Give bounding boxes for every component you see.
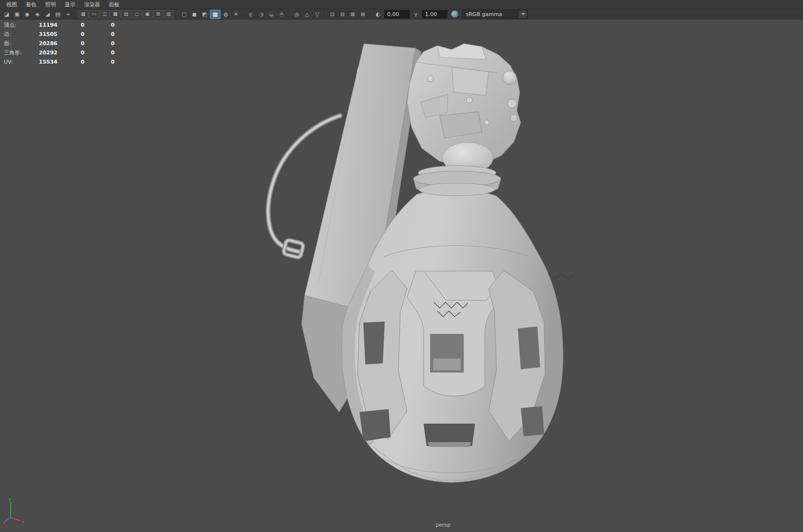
menu-item-show[interactable]: 显示 xyxy=(60,0,80,9)
frame-all-icon[interactable]: ⊞ xyxy=(153,10,163,18)
bookmark-icon[interactable]: ◢ xyxy=(43,10,52,18)
panel-menu-bar: 视图 着色 照明 显示 渲染器 面板 xyxy=(0,0,803,9)
field-chart-icon[interactable]: ▤ xyxy=(121,10,131,18)
select-camera-icon[interactable]: ▣ xyxy=(12,10,22,18)
hud-row-faces: 面: 20286 0 0 xyxy=(4,39,115,48)
shaded-icon[interactable]: ◼ xyxy=(189,10,199,18)
resolution-gate-icon[interactable]: ◫ xyxy=(100,10,110,18)
menu-item-lighting[interactable]: 照明 xyxy=(41,0,60,9)
render-effects-group: ◐ ◑ ◒ ◓ xyxy=(246,10,287,18)
hud-col3-edges: 0 xyxy=(85,31,115,37)
hud-col2-triangles: 0 xyxy=(55,50,85,56)
bottom-slot-lip xyxy=(427,442,471,447)
view-transform-icon[interactable] xyxy=(451,10,459,18)
xray-icon[interactable]: △ xyxy=(302,10,312,18)
view-transform-dropdown[interactable]: sRGB gamma xyxy=(462,10,528,18)
motion-blur-icon[interactable]: ◒ xyxy=(267,10,276,18)
viewport-3d[interactable]: 顶点: 11194 0 0 边: 31505 0 0 面: 20286 0 0 … xyxy=(0,19,803,532)
left-armor-slot xyxy=(363,322,385,364)
x-axis-line xyxy=(11,517,20,521)
hud-col3-vertices: 0 xyxy=(85,22,115,28)
gamma-icon[interactable]: γ xyxy=(411,10,421,18)
toolbar-separator xyxy=(325,11,325,18)
fuse-knob-large xyxy=(503,71,516,85)
camera-label: persp xyxy=(436,522,451,528)
shaded-wireframe-icon[interactable]: ◩ xyxy=(200,10,209,18)
shading-tools-group: ▢ ◼ ◩ ▩ ◍ ☀ xyxy=(179,10,241,19)
fuse-screw-1 xyxy=(427,76,433,82)
hud-row-triangles: 三角形: 20292 0 0 xyxy=(4,48,115,57)
hud-row-uv: UV: 15534 0 0 xyxy=(4,57,115,67)
menu-item-panels[interactable]: 面板 xyxy=(104,0,124,9)
textured-icon[interactable]: ▩ xyxy=(210,10,221,19)
toolbar-separator xyxy=(176,11,177,18)
camera-attributes-icon[interactable]: ◈ xyxy=(33,10,42,18)
fuse-top-plate xyxy=(437,44,486,59)
depth-of-field-icon[interactable]: ◓ xyxy=(277,10,287,18)
menu-item-shading[interactable]: 着色 xyxy=(21,0,41,9)
film-gate-icon[interactable]: ▭ xyxy=(89,10,99,18)
shadows-icon[interactable]: ◐ xyxy=(246,10,256,18)
exposure-field[interactable]: 0.00 xyxy=(384,10,410,18)
fuse-screw-3 xyxy=(484,120,489,125)
hud-value-uv: 15534 xyxy=(39,59,55,65)
y-axis-label: y xyxy=(9,497,12,501)
hud-col2-faces: 0 xyxy=(55,40,85,47)
exposure-icon[interactable]: ◐ xyxy=(373,10,383,18)
menu-item-view[interactable]: 视图 xyxy=(2,0,21,9)
hud-col3-triangles: 0 xyxy=(85,50,115,56)
menu-item-renderer[interactable]: 渲染器 xyxy=(80,0,104,9)
snap-to-grid-icon[interactable]: ⊡ xyxy=(327,10,337,18)
safe-action-icon[interactable]: ◻ xyxy=(132,10,142,18)
zoom-tool-icon[interactable]: ⊠ xyxy=(348,10,358,18)
isolate-select-icon[interactable]: ◎ xyxy=(292,10,302,18)
z-axis-label: z xyxy=(3,520,5,524)
material-override-icon[interactable]: ◍ xyxy=(221,10,231,18)
left-lower-slot xyxy=(359,409,391,441)
toolbar-separator xyxy=(243,11,244,18)
hud-value-edges: 31505 xyxy=(39,31,55,37)
gate-mask-icon[interactable]: ▩ xyxy=(110,10,120,18)
fuse-screw-2 xyxy=(466,97,472,103)
display-tools-group: ◎ △ ▽ xyxy=(292,10,322,18)
hud-label-triangles: 三角形: xyxy=(4,49,39,56)
poly-count-hud: 顶点: 11194 0 0 边: 31505 0 0 面: 20286 0 0 … xyxy=(4,20,115,67)
x-axis-label: x xyxy=(22,519,25,524)
view-transform-value: sRGB gamma xyxy=(466,11,502,17)
camera-settings-icon[interactable]: ▥ xyxy=(164,10,174,18)
fit-view-icon[interactable]: ⊞ xyxy=(358,10,368,18)
wireframe-icon[interactable]: ▢ xyxy=(179,10,189,18)
toolbar-separator xyxy=(289,11,290,18)
fuse-knob-mid xyxy=(508,99,516,108)
hud-value-triangles: 20292 xyxy=(39,50,55,56)
hud-col2-edges: 0 xyxy=(55,31,85,37)
hud-value-faces: 20286 xyxy=(39,40,55,47)
right-lower-slot xyxy=(521,406,544,436)
zigzag-edge-3 xyxy=(548,274,574,279)
channel-window-lip xyxy=(433,359,461,370)
hud-col3-uv: 0 xyxy=(85,59,115,65)
gamma-field[interactable]: 1.00 xyxy=(422,10,447,18)
grid-icon[interactable]: ▦ xyxy=(78,10,88,18)
hud-row-edges: 边: 31505 0 0 xyxy=(4,30,115,39)
safe-title-icon[interactable]: ▣ xyxy=(142,10,153,18)
view-tools-group: ⊡ ⊟ ⊠ ⊞ xyxy=(327,10,368,18)
panel-toolbar: ◪ ▣ ◉ ◈ ◢ ▤ + ▦ ▭ ◫ ▩ ▤ ◻ ▣ ⊞ ▥ ▢ ◼ ◩ ▩ … xyxy=(0,9,803,19)
hud-col2-vertices: 0 xyxy=(55,22,85,28)
lock-camera-icon[interactable]: ◉ xyxy=(22,10,32,18)
gate-tools-group: ▦ ▭ ◫ ▩ ▤ ◻ ▣ ⊞ ▥ xyxy=(78,10,174,18)
image-plane-icon[interactable]: ▤ xyxy=(53,10,63,18)
default-lighting-icon[interactable]: ☀ xyxy=(231,10,241,18)
hud-label-edges: 边: xyxy=(4,31,39,38)
toolbar-separator xyxy=(75,11,76,18)
neck-collar xyxy=(419,183,495,196)
backface-culling-icon[interactable]: ▽ xyxy=(312,10,322,18)
pan-tool-icon[interactable]: ⊟ xyxy=(338,10,347,18)
grenade-model-render[interactable] xyxy=(0,19,803,532)
hud-row-vertices: 顶点: 11194 0 0 xyxy=(4,20,115,30)
two-d-pan-zoom-icon[interactable]: + xyxy=(63,10,73,18)
chevron-down-icon xyxy=(518,10,527,18)
ambient-occlusion-icon[interactable]: ◑ xyxy=(256,10,266,18)
view-layout-icon[interactable]: ◪ xyxy=(2,10,12,18)
fuse-knob-small xyxy=(511,115,517,121)
